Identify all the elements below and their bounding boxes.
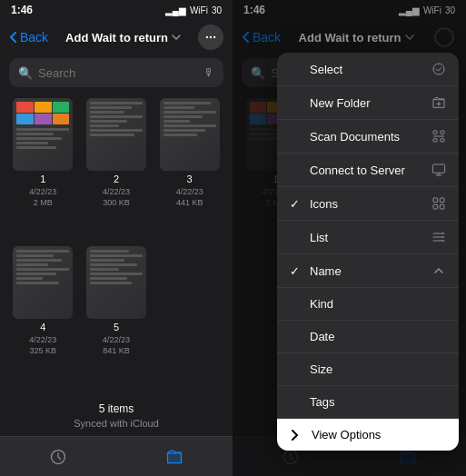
size-label: Size [310, 362, 332, 376]
new-folder-label: New Folder [310, 96, 370, 110]
select-icon [431, 62, 446, 76]
context-menu: Select New Folder Scan Documents [277, 53, 459, 451]
svg-point-0 [206, 36, 208, 38]
status-icons-left: ▂▄▆ WiFi 30 [165, 5, 222, 15]
svg-rect-14 [440, 198, 444, 203]
title-chevron-icon [172, 35, 181, 40]
view-options-label: View Options [312, 428, 381, 441]
file-thumbnail-4 [13, 246, 73, 319]
name-label: Name [310, 264, 342, 278]
svg-rect-15 [433, 204, 438, 209]
connect-server-label: Connect to Server [310, 164, 405, 177]
svg-rect-8 [441, 131, 444, 134]
menu-item-tags[interactable]: Tags [277, 386, 459, 419]
list-label: List [310, 231, 328, 244]
tags-label: Tags [310, 395, 334, 409]
svg-point-17 [442, 233, 443, 233]
list-icon [431, 230, 446, 244]
check-name: ✓ [290, 264, 302, 278]
file-meta-3: 4/22/23 441 KB [176, 187, 203, 208]
bottom-toolbar-left [0, 436, 233, 476]
file-thumbnail-3 [160, 98, 220, 171]
file-thumbnail-5 [86, 246, 146, 319]
svg-point-18 [442, 236, 443, 237]
file-thumbnail-1 [13, 98, 73, 171]
bottom-info-left: 5 items Synced with iCloud [0, 396, 233, 436]
menu-item-select[interactable]: Select [277, 53, 459, 86]
status-bar-left: 1:46 ▂▄▆ WiFi 30 [0, 0, 233, 20]
search-input-left[interactable] [38, 66, 198, 80]
file-number-5: 5 [114, 322, 119, 332]
mic-icon-left: 🎙 [203, 66, 214, 79]
svg-rect-12 [432, 164, 444, 173]
svg-rect-13 [433, 198, 438, 203]
file-thumbnail-2 [86, 98, 146, 171]
svg-point-1 [210, 36, 212, 38]
file-meta-5: 4/22/23 841 KB [103, 335, 130, 356]
menu-item-scan-documents[interactable]: Scan Documents [277, 120, 459, 154]
left-panel: 1:46 ▂▄▆ WiFi 30 Back Add Wait to return [0, 0, 233, 476]
search-bar-left[interactable]: 🔍 🎙 [9, 58, 223, 87]
list-item[interactable]: 5 4/22/23 841 KB [83, 246, 151, 389]
page-title-left: Add Wait to return [65, 31, 181, 45]
list-item[interactable]: 1 4/22/23 2 MB [9, 98, 77, 241]
back-chevron-icon-left [9, 32, 16, 43]
ellipsis-icon [204, 31, 217, 44]
list-item[interactable]: 2 4/22/23 300 KB [83, 98, 151, 241]
scan-documents-label: Scan Documents [310, 130, 400, 144]
menu-item-size[interactable]: Size [277, 353, 459, 386]
chevron-right-icon [290, 429, 299, 441]
check-icons: ✓ [290, 197, 302, 211]
wifi-icon-left: WiFi [190, 5, 208, 15]
file-meta-1: 4/22/23 2 MB [29, 187, 56, 208]
svg-point-6 [433, 64, 444, 74]
menu-item-connect-server[interactable]: Connect to Server [277, 154, 459, 187]
back-button-left[interactable]: Back [9, 30, 48, 45]
display-icon [431, 163, 446, 177]
menu-item-new-folder[interactable]: New Folder [277, 86, 459, 120]
chevron-up-icon [431, 263, 446, 278]
menu-item-date[interactable]: Date [277, 321, 459, 353]
more-button-left[interactable] [198, 25, 223, 50]
select-label: Select [310, 63, 342, 76]
file-number-2: 2 [114, 174, 119, 184]
toolbar-browse-button[interactable] [154, 437, 194, 477]
icons-label: Icons [310, 197, 338, 211]
svg-point-19 [442, 240, 443, 241]
file-number-4: 4 [40, 322, 45, 332]
file-number-1: 1 [40, 174, 45, 184]
battery-left: 30 [212, 5, 222, 15]
file-number-3: 3 [187, 174, 193, 184]
search-icon-left: 🔍 [18, 66, 33, 80]
menu-item-list[interactable]: List [277, 221, 459, 254]
new-folder-icon [431, 95, 446, 110]
svg-point-2 [213, 36, 215, 38]
menu-item-kind[interactable]: Kind [277, 288, 459, 321]
svg-rect-7 [433, 131, 437, 134]
kind-label: Kind [310, 297, 333, 311]
toolbar-recents-button[interactable] [38, 437, 78, 477]
file-grid-left: 1 4/22/23 2 MB 2 [0, 91, 233, 396]
svg-rect-10 [441, 139, 444, 142]
list-item[interactable]: 4 4/22/23 325 KB [9, 246, 77, 389]
menu-item-icons[interactable]: ✓ Icons [277, 187, 459, 221]
svg-rect-16 [440, 204, 444, 209]
file-meta-4: 4/22/23 325 KB [29, 335, 56, 356]
right-panel: 1:46 ▂▄▆ WiFi 30 Back Add Wait to return [233, 0, 466, 476]
scan-icon [431, 129, 446, 144]
nav-bar-left: Back Add Wait to return [0, 20, 233, 55]
grid-icon [431, 196, 446, 211]
menu-item-view-options[interactable]: View Options [277, 419, 459, 451]
signal-icon-left: ▂▄▆ [165, 5, 186, 15]
clock-icon [49, 448, 67, 466]
folder-icon [165, 448, 183, 466]
list-item[interactable]: 3 4/22/23 441 KB [155, 98, 223, 241]
time-left: 1:46 [11, 4, 33, 16]
date-label: Date [310, 330, 334, 343]
svg-rect-9 [433, 139, 437, 142]
file-meta-2: 4/22/23 300 KB [103, 187, 130, 208]
menu-item-name[interactable]: ✓ Name [277, 254, 459, 288]
